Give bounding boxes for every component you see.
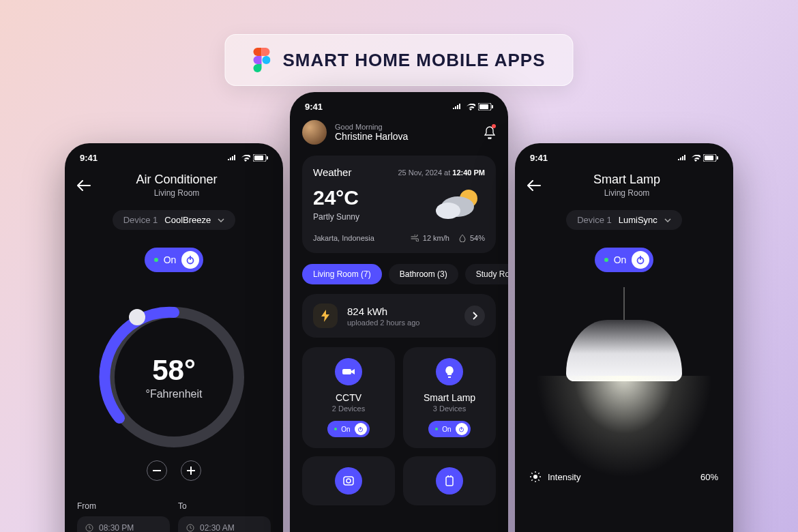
svg-line-38 — [531, 473, 532, 473]
power-toggle[interactable]: On — [595, 248, 654, 272]
device-name: Smart Lamp — [424, 392, 475, 403]
device-icon — [335, 467, 362, 494]
room-tab-study[interactable]: Study Ro — [465, 264, 508, 284]
svg-line-40 — [531, 479, 532, 480]
svg-point-24 — [346, 479, 351, 483]
device-selector[interactable]: Device 1 LumiSync — [566, 210, 682, 230]
to-label: To — [178, 501, 271, 511]
notifications-button[interactable] — [484, 125, 496, 139]
power-state: On — [164, 254, 177, 265]
status-dot — [604, 258, 608, 262]
weather-icon — [430, 185, 485, 223]
status-icons — [677, 154, 718, 162]
device-selector[interactable]: Device 1 CoolBreeze — [113, 210, 236, 230]
status-icons — [227, 154, 268, 162]
status-time: 9:41 — [80, 153, 98, 163]
temperature-dial[interactable]: 58° °Fahrenheit — [99, 302, 249, 452]
status-icons — [452, 103, 493, 110]
to-time-input[interactable]: 02:30 AM — [178, 516, 271, 532]
lamp-illustration — [515, 287, 733, 464]
temperature-unit: °Fahrenheit — [146, 388, 203, 400]
device-icon — [436, 467, 463, 494]
header-badge: SMART HOME MOBILE APPS — [224, 34, 573, 86]
from-value: 08:30 PM — [99, 523, 134, 532]
page-subtitle: Living Room — [549, 188, 705, 198]
device-card-extra-1[interactable] — [302, 456, 395, 505]
device-toggle[interactable]: On — [327, 421, 369, 437]
power-icon — [181, 251, 199, 269]
power-toggle[interactable]: On — [145, 248, 204, 272]
increase-button[interactable] — [181, 460, 201, 481]
svg-rect-18 — [342, 369, 351, 374]
device-count: 2 Devices — [332, 404, 365, 413]
humidity-stat: 54% — [459, 234, 485, 242]
svg-line-39 — [538, 479, 539, 480]
from-time-input[interactable]: 08:30 PM — [77, 516, 170, 532]
weather-title: Weather — [313, 166, 351, 178]
status-bar: 9:41 — [65, 143, 283, 167]
svg-rect-29 — [705, 156, 713, 160]
device-card-extra-2[interactable] — [403, 456, 496, 505]
weather-condition: Partly Sunny — [313, 212, 359, 222]
weather-temp: 24°C — [313, 186, 359, 209]
back-button[interactable] — [77, 180, 91, 191]
status-bar: 9:41 — [515, 143, 733, 167]
status-dot — [154, 258, 158, 262]
clock-icon — [186, 524, 194, 532]
room-tab-living-room[interactable]: Living Room (7) — [302, 264, 382, 284]
svg-rect-9 — [187, 470, 195, 471]
svg-rect-23 — [344, 477, 353, 485]
energy-value: 824 kWh — [347, 306, 455, 317]
svg-rect-30 — [717, 156, 718, 160]
status-time: 9:41 — [530, 153, 548, 163]
notification-badge — [492, 124, 496, 128]
avatar[interactable] — [302, 120, 327, 145]
page-subtitle: Living Room — [99, 188, 254, 198]
wind-stat: 12 km/h — [411, 234, 449, 242]
chevron-down-icon — [664, 218, 671, 222]
weather-location: Jakarta, Indonesia — [313, 234, 374, 242]
phone-smart-lamp: 9:41 Smart Lamp Living Room Device 1 Lum… — [515, 143, 733, 532]
status-time: 9:41 — [305, 102, 323, 112]
to-value: 02:30 AM — [200, 523, 235, 532]
phone-home: 9:41 Good Morning Christine Harlova Weat… — [290, 92, 508, 532]
device-name: CCTV — [336, 392, 361, 403]
phone-air-conditioner: 9:41 Air Conditioner Living Room Device … — [65, 143, 283, 532]
bolt-icon — [313, 304, 338, 328]
room-tabs: Living Room (7) Bathroom (3) Study Ro — [290, 253, 508, 284]
weather-date: 25 Nov, 2024 at 12:40 PM — [398, 168, 485, 177]
energy-card[interactable]: 824 kWh uploaded 2 hours ago — [302, 294, 496, 338]
room-tab-bathroom[interactable]: Bathroom (3) — [389, 264, 458, 284]
weather-card[interactable]: Weather 25 Nov, 2024 at 12:40 PM 24°C Pa… — [302, 156, 496, 253]
from-label: From — [77, 501, 170, 511]
header-title: SMART HOME MOBILE APPS — [282, 50, 545, 71]
device-label: Device 1 — [123, 215, 158, 225]
chevron-right-icon — [464, 306, 485, 326]
back-button[interactable] — [527, 180, 541, 191]
svg-rect-14 — [492, 105, 493, 108]
device-card-smart-lamp[interactable]: Smart Lamp 3 Devices On — [403, 347, 496, 448]
svg-point-0 — [262, 56, 270, 64]
svg-point-17 — [436, 203, 460, 219]
temperature-value: 58° — [152, 354, 196, 387]
svg-rect-13 — [479, 104, 488, 109]
clock-icon — [85, 524, 93, 532]
cctv-icon — [335, 358, 362, 385]
device-toggle[interactable]: On — [428, 421, 470, 437]
device-name: LumiSync — [619, 215, 657, 225]
device-count: 3 Devices — [433, 404, 466, 413]
decrease-button[interactable] — [147, 460, 167, 481]
greeting-small: Good Morning — [335, 123, 408, 131]
chevron-down-icon — [218, 218, 224, 222]
greeting-name: Christine Harlova — [335, 131, 408, 142]
figma-icon — [252, 47, 270, 73]
lamp-icon — [436, 358, 463, 385]
device-card-cctv[interactable]: CCTV 2 Devices On — [302, 347, 395, 448]
power-state: On — [614, 254, 627, 265]
status-bar: 9:41 — [290, 92, 508, 116]
energy-sub: uploaded 2 hours ago — [347, 319, 455, 327]
svg-rect-25 — [446, 477, 453, 486]
device-label: Device 1 — [577, 215, 612, 225]
page-title: Air Conditioner — [99, 173, 254, 187]
svg-rect-7 — [153, 470, 161, 471]
